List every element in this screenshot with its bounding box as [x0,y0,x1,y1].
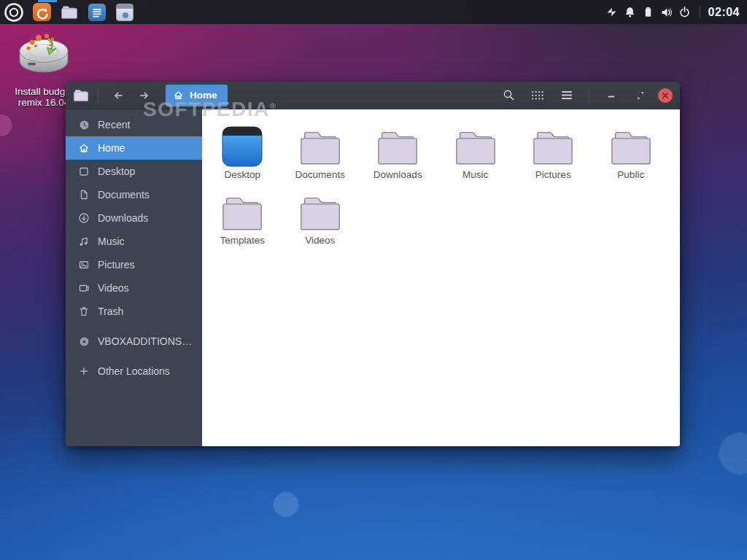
search-icon [503,89,515,101]
optical-disc-icon [78,335,90,347]
file-item-label: Public [617,169,644,181]
sidebar-item-label: VBOXADDITIONS… [98,335,192,347]
file-item-public[interactable]: Public [592,115,670,181]
file-item-documents[interactable]: Documents [282,115,360,181]
trash-icon [78,306,90,317]
file-item-label: Music [462,169,488,181]
close-button[interactable] [658,88,673,103]
file-item-label: Desktop [224,169,260,181]
sidebar-item-vboxadditions[interactable]: VBOXADDITIONS… [66,330,202,353]
sidebar-item-desktop[interactable]: Desktop [66,160,202,183]
folder-icon [608,129,654,167]
headerbar-right [497,85,673,106]
headerbar-separator [98,88,98,103]
network-arrows-icon[interactable] [605,6,619,19]
file-item-desktop[interactable]: Desktop [204,115,282,181]
recent-clock-icon [78,119,90,131]
grid-view-button[interactable] [526,85,549,106]
sidebar-item-label: Downloads [98,212,148,224]
file-item-videos[interactable]: Videos [282,181,360,246]
window-headerbar: Home [66,82,680,109]
volume-icon[interactable] [660,6,673,19]
top-panel: 02:04 [0,0,747,24]
location-home-button[interactable]: Home [166,85,228,106]
file-item-music[interactable]: Music [437,115,515,181]
forward-button[interactable] [133,85,155,106]
sidebar-item-label: Trash [98,306,123,317]
sidebar-item-label: Documents [98,189,150,201]
panel-status-area: 02:04 [605,6,747,19]
music-note-icon [78,236,90,247]
file-manager-window: Home [66,82,680,446]
file-item-label: Documents [295,169,345,181]
picture-icon [78,259,90,271]
video-icon [78,282,90,294]
browser-launcher[interactable] [31,1,53,23]
sidebar-item-downloads[interactable]: Downloads [66,206,202,230]
files-launcher[interactable] [58,1,80,23]
sidebar-item-label: Other Locations [98,365,170,377]
browser-swirl-icon [33,3,51,21]
minimize-button[interactable] [600,85,623,106]
back-button[interactable] [107,85,129,106]
location-home-label: Home [190,90,217,101]
download-circle-icon [78,212,90,224]
text-editor-launcher[interactable] [86,1,108,23]
software-window-icon [116,4,133,21]
panel-launchers [0,1,136,23]
folder-icon [298,129,343,167]
panel-clock[interactable]: 02:04 [708,6,740,19]
sidebar-item-home[interactable]: Home [66,136,202,160]
desktop-wallpaper-folder-icon [222,126,263,167]
sidebar-item-label: Desktop [98,166,135,177]
sidebar-item-trash[interactable]: Trash [66,300,202,323]
home-icon [78,142,90,154]
window-menu-button[interactable] [555,85,578,106]
folder-icon [453,129,498,167]
sidebar-item-label: Home [98,142,125,154]
notifications-bell-icon[interactable] [624,6,637,19]
folder-icon [375,129,420,167]
file-item-templates[interactable]: Templates [204,181,282,246]
panel-separator [700,6,700,19]
sidebar-item-pictures[interactable]: Pictures [66,253,202,276]
close-icon [661,91,670,100]
desktop-square-icon [78,166,90,177]
document-lines-icon [88,4,106,21]
minimize-icon [606,90,616,101]
file-item-label: Videos [305,235,335,246]
file-item-pictures[interactable]: Pictures [514,115,592,181]
battery-icon[interactable] [642,6,655,19]
sidebar-item-other-locations[interactable]: Other Locations [66,359,202,383]
restore-button[interactable] [629,85,652,106]
active-app-indicator [38,0,57,2]
file-item-downloads[interactable]: Downloads [359,115,437,181]
headerbar-left: Home [73,85,228,106]
file-icon-grid: Desktop Documents Downloads [204,115,676,246]
plus-icon [78,365,90,377]
budgie-menu-icon [4,2,24,23]
sidebar-item-documents[interactable]: Documents [66,183,202,206]
sidebar-item-music[interactable]: Music [66,230,202,253]
sidebar-item-label: Videos [98,282,129,294]
back-arrow-icon [112,90,124,101]
software-launcher[interactable] [114,1,136,23]
forward-arrow-icon [139,90,150,101]
power-icon[interactable] [678,6,692,19]
home-icon [173,90,184,101]
budgie-menu-button[interactable] [3,1,25,23]
desktop-background: { "panel": { "clock": "02:04", "launcher… [0,0,747,560]
file-view: Desktop Documents Downloads [202,109,680,446]
search-button[interactable] [497,85,520,106]
sidebar-item-videos[interactable]: Videos [66,276,202,300]
file-item-label: Pictures [535,169,571,181]
headerbar-separator-2 [589,88,589,103]
folder-icon [530,129,576,167]
places-sidebar: Recent Home Desktop Documents [66,109,202,446]
sidebar-item-recent[interactable]: Recent [66,113,202,136]
restore-icon [635,90,646,101]
file-item-label: Templates [220,235,265,246]
sidebar-item-label: Pictures [98,259,135,271]
folder-icon [298,195,343,233]
sidebar-item-label: Recent [98,119,130,131]
